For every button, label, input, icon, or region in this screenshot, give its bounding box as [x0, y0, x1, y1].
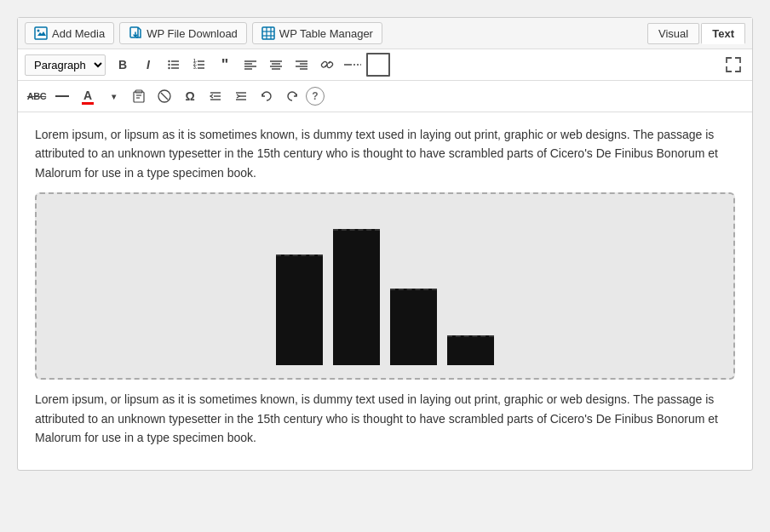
paragraph-1: Lorem ipsum, or lipsum as it is sometime…	[35, 125, 735, 182]
editor-wrapper: Add Media WP File Download	[17, 17, 753, 471]
ordered-list-button[interactable]: 1.2.3.	[187, 53, 211, 77]
view-tabs: Visual Text	[647, 23, 745, 44]
hr-button[interactable]	[50, 84, 74, 108]
undo-button[interactable]	[255, 84, 279, 108]
help-button[interactable]: ?	[306, 87, 325, 106]
add-media-button[interactable]: Add Media	[25, 22, 114, 44]
svg-line-40	[161, 93, 168, 100]
redo-button[interactable]	[280, 84, 304, 108]
fullscreen-button[interactable]	[721, 53, 745, 77]
paragraph-select[interactable]: Paragraph	[25, 54, 106, 76]
text-color-button[interactable]: A	[76, 84, 100, 108]
align-right-button[interactable]	[290, 53, 313, 77]
tab-text[interactable]: Text	[701, 23, 745, 44]
svg-point-11	[168, 60, 170, 62]
format-toolbar-row1: Paragraph B I 1.2.3. "	[18, 49, 752, 81]
align-left-button[interactable]	[238, 53, 262, 77]
chart-block	[35, 192, 735, 380]
tab-visual[interactable]: Visual	[647, 23, 699, 44]
paste-text-button[interactable]	[127, 84, 151, 108]
wp-table-manager-label: WP Table Manager	[279, 27, 373, 40]
special-char-button[interactable]: Ω	[178, 84, 202, 108]
chart-bar-1	[276, 255, 323, 365]
color-indicator	[82, 102, 94, 105]
color-dropdown-button[interactable]: ▾	[101, 84, 125, 108]
wp-file-download-label: WP File Download	[147, 27, 238, 40]
svg-rect-36	[134, 92, 144, 102]
wp-table-manager-icon	[261, 26, 275, 40]
add-media-icon	[34, 26, 48, 40]
top-bar: Add Media WP File Download	[18, 18, 752, 49]
more-tag-button[interactable]	[341, 53, 365, 77]
paragraph-2: Lorem ipsum, or lipsum as it is sometime…	[35, 390, 735, 447]
blockquote-button[interactable]: "	[213, 53, 237, 77]
add-media-label: Add Media	[52, 27, 105, 40]
wp-table-manager-button[interactable]: WP Table Manager	[252, 22, 382, 44]
strikethrough-button[interactable]: ABC	[25, 84, 49, 108]
clear-format-button[interactable]	[152, 84, 176, 108]
decrease-indent-button[interactable]	[204, 84, 227, 108]
svg-point-12	[168, 64, 170, 66]
svg-point-13	[168, 67, 170, 69]
strikethrough-label: ABC	[27, 91, 46, 101]
italic-button[interactable]: I	[136, 53, 160, 77]
unordered-list-button[interactable]	[162, 53, 186, 77]
svg-point-1	[37, 30, 40, 32]
format-toolbar-row2: ABC A ▾ Ω ?	[18, 81, 752, 112]
top-bar-left: Add Media WP File Download	[25, 22, 382, 44]
increase-indent-button[interactable]	[229, 84, 253, 108]
chart-bar-4	[447, 335, 494, 365]
bold-button[interactable]: B	[111, 53, 135, 77]
svg-rect-3	[262, 27, 274, 39]
chart-bar-3	[390, 289, 437, 365]
link-button[interactable]	[315, 53, 339, 77]
text-color-label: A	[83, 89, 92, 102]
wp-file-download-icon	[129, 26, 142, 40]
svg-text:3.: 3.	[193, 65, 198, 70]
chart-bar-2	[333, 229, 380, 365]
square-button[interactable]	[366, 53, 390, 77]
editor-content[interactable]: Lorem ipsum, or lipsum as it is sometime…	[18, 112, 752, 470]
align-center-button[interactable]	[264, 53, 288, 77]
wp-file-download-button[interactable]: WP File Download	[119, 22, 247, 44]
